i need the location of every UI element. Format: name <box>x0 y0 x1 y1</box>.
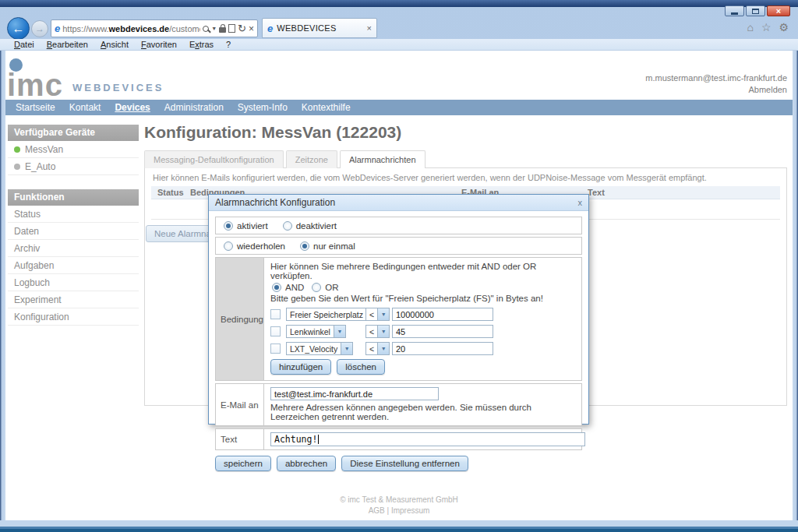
window-controls: × <box>725 5 790 16</box>
comparator-value: < <box>366 344 377 354</box>
sidebar-item-aufgaben[interactable]: Aufgaben <box>8 257 139 274</box>
repeat-row: wiederholen nur einmal <box>215 237 582 255</box>
dialog-close-icon[interactable]: x <box>578 198 583 207</box>
tab-close-icon[interactable]: × <box>367 23 372 33</box>
delete-condition-button[interactable]: löschen <box>337 359 385 375</box>
chevron-down-icon[interactable]: ▼ <box>377 326 389 337</box>
comparator-select[interactable]: < ▼ <box>365 325 390 338</box>
maximize-icon <box>752 9 759 14</box>
browser-tab[interactable]: e WEBDEVICES × <box>262 18 377 38</box>
back-button[interactable]: ← <box>7 17 30 40</box>
chevron-down-icon[interactable]: ▼ <box>211 26 217 31</box>
user-email: m.mustermann@test.imc-frankfurt.de <box>645 72 787 84</box>
agb-link[interactable]: AGB <box>369 506 385 515</box>
sidebar-item-status[interactable]: Status <box>8 206 139 223</box>
radio-nur-einmal[interactable] <box>300 241 309 251</box>
screen: { "icons": { "back": "←", "forward": "→"… <box>0 0 798 532</box>
sidebar: Verfügbare Geräte MessVan E_Auto Funktio… <box>8 125 139 326</box>
comparator-select[interactable]: < ▼ <box>365 342 390 355</box>
home-icon[interactable]: ⌂ <box>747 22 753 33</box>
copyright-text: © imc Test & Measurement GmbH <box>5 495 793 506</box>
condition-checkbox[interactable] <box>270 344 281 354</box>
tab-messaging-defaultkonfiguration[interactable]: Messaging-Defaultkonfiguration <box>144 150 284 168</box>
text-field[interactable]: Achtung! <box>270 432 585 446</box>
chevron-down-icon[interactable]: ▼ <box>334 326 345 337</box>
sidebar-item-experiment[interactable]: Experiment <box>8 291 139 308</box>
search-icon[interactable] <box>203 26 209 32</box>
footer-separator: | <box>387 506 390 515</box>
stop-icon[interactable]: × <box>249 23 254 34</box>
menu-datei[interactable]: Datei <box>8 40 41 49</box>
nav-kontexthilfe[interactable]: Kontexthilfe <box>295 100 358 115</box>
nav-kontakt[interactable]: Kontakt <box>62 100 108 115</box>
chevron-down-icon[interactable]: ▼ <box>377 343 389 354</box>
sidebar-device-messvan[interactable]: MessVan <box>8 141 139 158</box>
lock-icon <box>219 24 226 33</box>
radio-aktiviert-label: aktiviert <box>237 221 268 231</box>
close-icon: × <box>776 7 781 16</box>
forward-button[interactable]: → <box>31 20 48 37</box>
sidebar-device-eauto[interactable]: E_Auto <box>8 158 139 175</box>
save-button[interactable]: speichern <box>215 456 271 471</box>
email-field[interactable] <box>270 387 439 400</box>
variable-value: Lenkwinkel <box>287 327 334 336</box>
impressum-link[interactable]: Impressum <box>391 506 429 515</box>
add-condition-button[interactable]: hinzufügen <box>270 359 331 375</box>
radio-and[interactable] <box>272 283 281 292</box>
condition-row: Freier Speicherplatz ▼ < ▼ <box>270 308 575 321</box>
radio-deaktiviert[interactable] <box>283 221 292 231</box>
menu-bearbeiten[interactable]: Bearbeiten <box>41 40 94 49</box>
chevron-down-icon[interactable]: ▼ <box>377 308 389 320</box>
condition-checkbox[interactable] <box>270 309 281 319</box>
window-left-edge <box>0 51 5 520</box>
dialog-titlebar[interactable]: Alarmnachricht Konfiguration x <box>209 195 588 211</box>
tab-zeitzone[interactable]: Zeitzone <box>286 150 337 168</box>
sidebar-item-logbuch[interactable]: Logbuch <box>8 274 139 291</box>
variable-value: LXT_Velocity <box>287 344 341 354</box>
refresh-icon[interactable]: ↻ <box>238 23 246 34</box>
chevron-down-icon[interactable]: ▼ <box>341 343 352 354</box>
condition-value-input[interactable] <box>392 342 493 355</box>
logout-link[interactable]: Abmelden <box>645 84 787 96</box>
menu-ansicht[interactable]: Ansicht <box>94 40 135 49</box>
condition-checkbox[interactable] <box>270 326 281 336</box>
sidebar-item-daten[interactable]: Daten <box>8 223 139 240</box>
col-status: Status <box>151 188 184 197</box>
close-button[interactable]: × <box>767 5 790 16</box>
minimize-button[interactable] <box>725 5 744 16</box>
tab-alarmnachrichten[interactable]: Alarmnachrichten <box>340 150 425 168</box>
radio-aktiviert[interactable] <box>224 221 233 231</box>
minimize-icon <box>731 12 738 15</box>
condition-value-input[interactable] <box>392 308 493 321</box>
cancel-button[interactable]: abbrechen <box>277 456 336 471</box>
text-cursor <box>318 435 319 444</box>
sidebar-item-archiv[interactable]: Archiv <box>8 240 139 257</box>
radio-wiederholen[interactable] <box>224 241 233 251</box>
menu-extras[interactable]: Extras <box>183 40 220 49</box>
comparator-select[interactable]: < ▼ <box>365 308 390 321</box>
remove-setting-button[interactable]: Diese Einstellung entfernen <box>341 456 468 471</box>
compatibility-view-icon[interactable] <box>228 24 235 33</box>
panel-description: Hier können E-Mails konfiguriert werden,… <box>145 168 786 186</box>
address-bar[interactable]: e https://www.webdevices.de/customer/d ▼… <box>51 19 258 37</box>
radio-or[interactable] <box>312 283 321 292</box>
menu-favoriten[interactable]: Favoriten <box>135 40 183 49</box>
nav-administration[interactable]: Administration <box>157 100 231 115</box>
condition-buttons: hinzufügen löschen <box>270 359 575 375</box>
text-label: Text <box>216 429 264 449</box>
variable-select[interactable]: LXT_Velocity ▼ <box>286 342 353 355</box>
sidebar-item-konfiguration[interactable]: Konfiguration <box>8 308 139 326</box>
condition-value-input[interactable] <box>392 325 493 338</box>
maximize-button[interactable] <box>746 5 765 16</box>
settings-gear-icon[interactable]: ⚙ <box>779 22 789 33</box>
nav-system-info[interactable]: System-Info <box>231 100 295 115</box>
favorites-star-icon[interactable]: ☆ <box>761 22 772 33</box>
nav-devices[interactable]: Devices <box>108 100 157 115</box>
tab-title: WEBDEVICES <box>277 23 362 33</box>
dialog-buttons: speichern abbrechen Diese Einstellung en… <box>215 456 582 471</box>
nav-startseite[interactable]: Startseite <box>9 100 62 115</box>
variable-select[interactable]: Lenkwinkel ▼ <box>286 325 346 338</box>
menu-help[interactable]: ? <box>220 40 237 49</box>
url-text[interactable]: https://www.webdevices.de/customer/d <box>62 24 200 33</box>
browser-toolbar: ← → e https://www.webdevices.de/customer… <box>0 17 798 39</box>
